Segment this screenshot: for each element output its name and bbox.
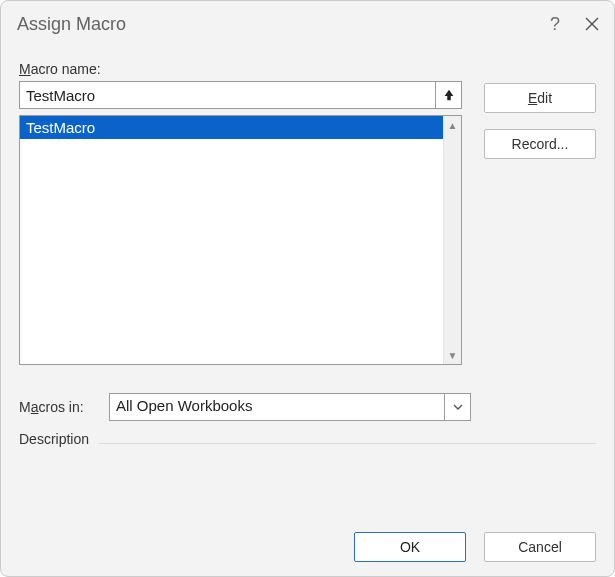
scroll-up-icon[interactable]: ▲ <box>444 116 461 134</box>
chevron-down-icon[interactable] <box>445 393 471 421</box>
description-divider <box>99 443 596 444</box>
scroll-down-icon[interactable]: ▼ <box>444 346 461 364</box>
ok-button[interactable]: OK <box>354 532 466 562</box>
record-button[interactable]: Record... <box>484 129 596 159</box>
dialog-body: Macro name: TestMacro ▲ ▼ <box>1 45 614 576</box>
cancel-button[interactable]: Cancel <box>484 532 596 562</box>
help-icon[interactable]: ? <box>550 14 560 35</box>
macros-in-value: All Open Workbooks <box>109 393 445 421</box>
macros-in-label: Macros in: <box>19 399 97 415</box>
titlebar: Assign Macro ? <box>1 1 614 45</box>
macros-in-select[interactable]: All Open Workbooks <box>109 393 471 421</box>
assign-macro-dialog: Assign Macro ? Macro name: <box>0 0 615 577</box>
scrollbar[interactable]: ▲ ▼ <box>443 116 461 364</box>
macro-name-label: Macro name: <box>19 61 462 77</box>
edit-button[interactable]: Edit <box>484 83 596 113</box>
description-label: Description <box>19 431 89 447</box>
dialog-title: Assign Macro <box>17 14 126 35</box>
window-controls: ? <box>550 14 600 35</box>
collapse-dialog-icon[interactable] <box>436 81 462 109</box>
dialog-footer: OK Cancel <box>19 502 596 562</box>
macro-listbox[interactable]: TestMacro ▲ ▼ <box>19 115 462 365</box>
macro-name-input[interactable] <box>19 81 436 109</box>
list-item[interactable]: TestMacro <box>20 116 443 139</box>
close-icon[interactable] <box>584 16 600 32</box>
